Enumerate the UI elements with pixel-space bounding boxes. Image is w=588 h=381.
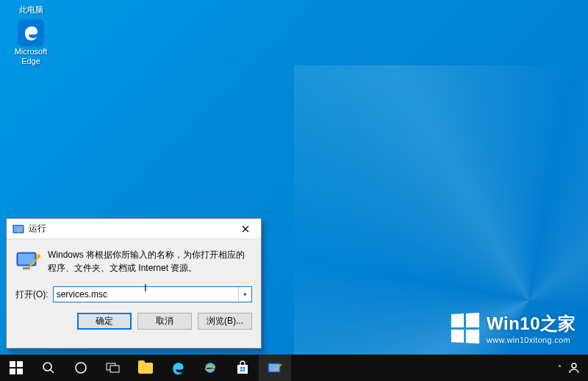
taskbar-file-explorer[interactable]: [129, 355, 162, 381]
taskbar-run-dialog[interactable]: [259, 355, 291, 381]
taskbar-ie[interactable]: [194, 355, 226, 381]
cancel-button[interactable]: 取消: [137, 313, 192, 330]
taskbar-store[interactable]: [226, 355, 259, 381]
folder-icon: [138, 363, 153, 374]
task-view-button[interactable]: [97, 355, 129, 381]
chevron-down-icon[interactable]: ▾: [238, 287, 251, 302]
tray-overflow-button[interactable]: ˄: [558, 364, 562, 372]
run-dialog-title-icon: [12, 223, 24, 235]
run-dialog-description: Windows 将根据你所输入的名称，为你打开相应的程序、文件夹、文档或 Int…: [48, 248, 252, 275]
ok-button[interactable]: 确定: [77, 313, 132, 330]
windows-start-icon: [10, 361, 23, 374]
svg-rect-14: [110, 366, 119, 372]
svg-point-23: [572, 363, 576, 368]
browse-button[interactable]: 浏览(B)...: [198, 313, 252, 330]
people-icon[interactable]: [567, 361, 581, 374]
open-label: 打开(O):: [15, 289, 49, 301]
close-button[interactable]: [230, 219, 261, 239]
open-combobox[interactable]: ▾: [53, 286, 252, 302]
edge-icon: [4, 18, 57, 47]
run-dialog-title: 运行: [29, 222, 230, 235]
svg-rect-17: [240, 367, 243, 369]
desktop-icon-label: Microsoft Edge: [4, 47, 57, 65]
search-icon: [42, 361, 55, 374]
close-icon: [242, 225, 249, 233]
windows-logo-icon: [451, 313, 479, 344]
system-tray: ˄: [558, 355, 588, 381]
search-button[interactable]: [32, 355, 65, 381]
svg-point-12: [76, 363, 86, 373]
edge-icon: [171, 360, 185, 375]
svg-line-11: [51, 370, 54, 373]
svg-rect-9: [36, 253, 40, 258]
run-dialog-icon: [15, 248, 40, 273]
svg-point-10: [43, 363, 51, 371]
watermark-url: www.win10xitong.com: [487, 335, 576, 344]
ie-icon: [203, 360, 218, 375]
open-input[interactable]: [54, 287, 238, 302]
run-icon: [268, 362, 282, 374]
desktop-icon-edge[interactable]: Microsoft Edge: [4, 18, 57, 65]
store-icon: [235, 360, 250, 375]
cortana-button[interactable]: [65, 355, 97, 381]
desktop-icon-label: 此电脑: [4, 4, 57, 15]
run-dialog-titlebar[interactable]: 运行: [7, 219, 261, 239]
svg-rect-18: [243, 367, 245, 369]
taskbar: ˄: [0, 355, 588, 381]
desktop-icon-this-pc[interactable]: 此电脑: [4, 0, 57, 15]
taskbar-edge[interactable]: [162, 355, 194, 381]
svg-rect-20: [243, 370, 245, 372]
desktop: 此电脑 Microsoft Edge 运行: [0, 0, 588, 381]
task-view-icon: [106, 362, 121, 374]
start-button[interactable]: [0, 355, 32, 381]
run-dialog: 运行 Windows 将根据你所输入的名称，为你打开相应的程序、文件夹、文档或 …: [6, 218, 262, 349]
watermark: Win10之家 www.win10xitong.com: [450, 312, 576, 344]
cortana-icon: [74, 361, 87, 374]
watermark-title: Win10之家: [487, 312, 576, 335]
svg-rect-19: [240, 370, 243, 372]
